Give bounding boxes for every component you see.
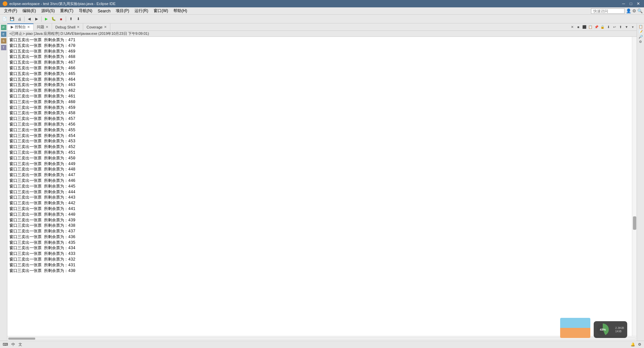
tab-debug-shell[interactable]: Debug Shell ✕ (52, 23, 83, 30)
menu-window[interactable]: 窗口(W) (151, 7, 171, 14)
status-settings[interactable]: ⚙ (638, 342, 641, 347)
console-terminate-btn[interactable]: ■ (576, 24, 581, 30)
toolbar-run[interactable]: ▶ (43, 16, 50, 22)
menu-search[interactable]: Search (95, 8, 113, 14)
console-line: 窗口三卖出一张票 所剩余票为：439 (9, 218, 630, 223)
tab-problems[interactable]: 问题 ✕ (34, 23, 52, 30)
sidebar-icon-2[interactable]: E (1, 31, 6, 37)
menu-navigate[interactable]: 导航(N) (76, 7, 95, 14)
separator-1 (24, 16, 24, 22)
content-area: ▶ 控制台 ✕ 问题 ✕ Debug Shell ✕ Coverage ✕ ✕ … (7, 23, 637, 341)
tab-debug-shell-close[interactable]: ✕ (77, 25, 79, 29)
right-sidebar-icon-1[interactable]: 📋 (639, 25, 643, 28)
console-output[interactable]: 窗口五卖出一张票 所剩余票为：471窗口五卖出一张票 所剩余票为：470窗口五卖… (7, 37, 632, 336)
console-line: 窗口三卖出一张票 所剩余票为：436 (9, 234, 630, 240)
console-line: 窗口三卖出一张票 所剩余票为：450 (9, 156, 630, 161)
console-line: 窗口三卖出一张票 所剩余票为：443 (9, 195, 630, 201)
window-title: eclipse-workspace - test 3/src/第九周实验/pia… (9, 1, 116, 6)
icon-search2[interactable]: 🔍 (637, 8, 643, 13)
toolbar-back[interactable]: ◀ (26, 16, 33, 22)
console-line: 窗口三卖出一张票 所剩余票为：461 (9, 94, 630, 99)
console-maximize-btn[interactable]: ⬆ (618, 24, 623, 30)
minimize-button[interactable]: ─ (621, 1, 627, 7)
console-line: 窗口三卖出一张票 所剩余票为：456 (9, 122, 630, 128)
sidebar-icon-4[interactable]: T (1, 45, 6, 50)
toolbar-forward[interactable]: ▶ (33, 16, 40, 22)
console-minimize-btn[interactable]: ▼ (624, 24, 629, 30)
console-scroll-end-btn[interactable]: ⬇ (606, 24, 611, 30)
console-line: 窗口三卖出一张票 所剩余票为：438 (9, 223, 630, 229)
tab-console[interactable]: ▶ 控制台 ✕ (7, 23, 34, 30)
console-line: 窗口三卖出一张票 所剩余票为：432 (9, 257, 630, 263)
console-clear-btn[interactable]: ✕ (570, 24, 575, 30)
console-line: 窗口三卖出一张票 所剩余票为：437 (9, 229, 630, 234)
tab-problems-close[interactable]: ✕ (46, 25, 48, 29)
console-line: 窗口三卖出一张票 所剩余票为：441 (9, 206, 630, 212)
console-line: 窗口五卖出一张票 所剩余票为：463 (9, 82, 630, 88)
console-line: 窗口五卖出一张票 所剩余票为：464 (9, 77, 630, 83)
console-line: 窗口三卖出一张票 所剩余票为：455 (9, 128, 630, 133)
right-sidebar-icon-4[interactable]: ⚙ (639, 40, 642, 44)
status-lang-zh: 中 (11, 342, 15, 347)
menu-source[interactable]: 源码(S) (39, 7, 57, 14)
menu-refactor[interactable]: 重构(T) (57, 7, 76, 14)
console-open-console-btn[interactable]: 📋 (588, 24, 593, 30)
console-line: 窗口三卖出一张票 所剩余票为：446 (9, 178, 630, 184)
menu-help[interactable]: 帮助(H) (171, 7, 190, 14)
console-line: 窗口五卖出一张票 所剩余票为：468 (9, 54, 630, 60)
sidebar-icon-3[interactable]: S (1, 38, 6, 44)
console-pin-btn[interactable]: 📌 (594, 24, 599, 30)
console-line: 窗口五卖出一张票 所剩余票为：470 (9, 43, 630, 49)
maximize-button[interactable]: □ (628, 1, 634, 7)
console-line: 窗口三卖出一张票 所剩余票为：433 (9, 251, 630, 257)
status-notification[interactable]: 🔔 (631, 342, 635, 347)
toolbar-new[interactable]: 📄 (1, 16, 8, 22)
console-line: 窗口三卖出一张票 所剩余票为：449 (9, 161, 630, 167)
toolbar-next-annotation[interactable]: ⬇ (75, 16, 82, 22)
right-sidebar-icon-3[interactable]: 🔎 (639, 35, 643, 39)
main-layout: P E S T ▶ 控制台 ✕ 问题 ✕ Debug Shell ✕ Cover… (0, 23, 644, 341)
console-scroll-lock-btn[interactable]: 🔒 (600, 24, 605, 30)
menu-run[interactable]: 运行(R) (132, 7, 151, 14)
tab-coverage[interactable]: Coverage ✕ (83, 23, 110, 30)
icon-person[interactable]: 👤 (626, 8, 631, 13)
console-line: 窗口三卖出一张票 所剩余票为：444 (9, 190, 630, 195)
console-view-menu-btn[interactable]: ▾ (630, 24, 635, 30)
console-line: 窗口三卖出一张票 所剩余票为：451 (9, 150, 630, 156)
status-lang-en: 文 (18, 342, 22, 347)
console-word-wrap-btn[interactable]: ↩ (612, 24, 617, 30)
thumbnail-widget (560, 318, 590, 338)
toolbar-save[interactable]: 💾 (9, 16, 15, 22)
tab-debug-shell-label: Debug Shell (55, 25, 75, 29)
menu-file[interactable]: 文件(F) (1, 7, 20, 14)
toolbar-print[interactable]: 🖨 (16, 16, 23, 22)
tab-coverage-close[interactable]: ✕ (104, 25, 107, 29)
console-line: 窗口三卖出一张票 所剩余票为：434 (9, 246, 630, 251)
network-down: 1KiB (615, 330, 624, 333)
console-line: 窗口三卖出一张票 所剩余票为：460 (9, 99, 630, 105)
tab-console-close[interactable]: ✕ (27, 25, 30, 29)
tab-problems-label: 问题 (37, 24, 44, 29)
menu-edit[interactable]: 编辑(E) (20, 7, 39, 14)
quick-access-input[interactable] (591, 8, 625, 14)
menu-project[interactable]: 项目(P) (113, 7, 132, 14)
scrollbar-thumb[interactable] (633, 216, 636, 230)
icon-settings2[interactable]: ⚙ (632, 8, 636, 13)
console-scrollbar[interactable] (632, 37, 637, 336)
perf-widget: 43% 2.3KiB 1KiB (594, 321, 627, 338)
console-disconnect-btn[interactable]: ⬛ (582, 24, 587, 30)
title-bar-controls: ─ □ ✕ (621, 1, 641, 7)
console-line: 窗口四卖出一张票 所剩余票为：462 (9, 88, 630, 94)
perf-stats: 2.3KiB 1KiB (615, 326, 624, 333)
close-button[interactable]: ✕ (635, 1, 641, 7)
cpu-percent: 43% (600, 328, 606, 331)
toolbar-prev-annotation[interactable]: ⬆ (67, 16, 74, 22)
tab-coverage-label: Coverage (87, 25, 103, 29)
eclipse-icon (3, 1, 7, 6)
console-line: 窗口五卖出一张票 所剩余票为：466 (9, 66, 630, 71)
console-line: 窗口三卖出一张票 所剩余票为：447 (9, 172, 630, 178)
sidebar-icon-1[interactable]: P (1, 25, 6, 30)
toolbar-debug[interactable]: 🐛 (50, 16, 57, 22)
right-sidebar-icon-2[interactable]: 📝 (639, 30, 643, 33)
toolbar-stop[interactable]: ■ (58, 16, 64, 22)
